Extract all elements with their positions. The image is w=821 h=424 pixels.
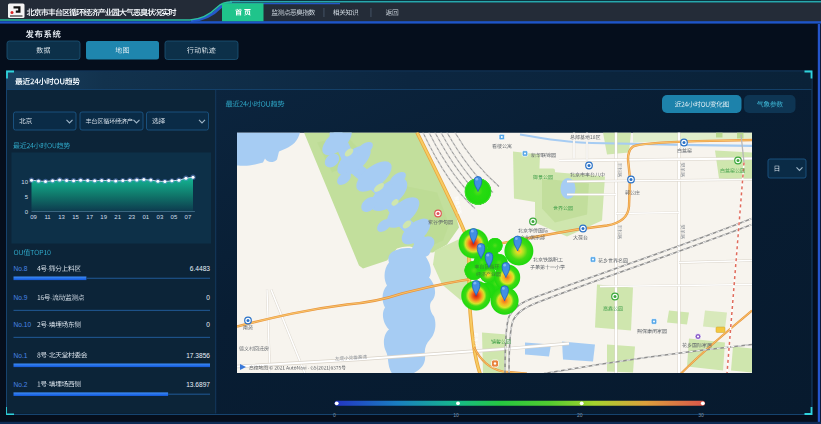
svg-text:13.6897: 13.6897 xyxy=(186,381,210,388)
svg-text:07: 07 xyxy=(185,214,192,220)
svg-text:20: 20 xyxy=(577,412,583,418)
svg-text:09: 09 xyxy=(30,214,37,220)
svg-text:6.4483: 6.4483 xyxy=(190,265,211,272)
svg-text:No.9: No.9 xyxy=(14,294,28,301)
svg-text:13: 13 xyxy=(58,214,65,220)
svg-text:No.10: No.10 xyxy=(14,321,32,328)
svg-text:01: 01 xyxy=(142,214,149,220)
svg-text:30: 30 xyxy=(698,412,704,418)
svg-text:17.3856: 17.3856 xyxy=(186,352,210,359)
svg-text:05: 05 xyxy=(171,214,178,220)
svg-text:0: 0 xyxy=(206,294,210,301)
svg-text:0: 0 xyxy=(206,321,210,328)
svg-text:0: 0 xyxy=(333,412,336,418)
svg-text:No.2: No.2 xyxy=(14,381,28,388)
svg-text:11: 11 xyxy=(44,214,51,220)
svg-text:No.1: No.1 xyxy=(14,352,28,359)
svg-text:10: 10 xyxy=(453,412,459,418)
svg-text:03: 03 xyxy=(157,214,164,220)
svg-text:21: 21 xyxy=(114,214,121,220)
svg-text:10: 10 xyxy=(21,179,28,185)
svg-text:No.8: No.8 xyxy=(14,265,28,272)
svg-text:17: 17 xyxy=(86,214,93,220)
svg-text:23: 23 xyxy=(128,214,135,220)
svg-text:19: 19 xyxy=(100,214,107,220)
svg-text:15: 15 xyxy=(72,214,79,220)
